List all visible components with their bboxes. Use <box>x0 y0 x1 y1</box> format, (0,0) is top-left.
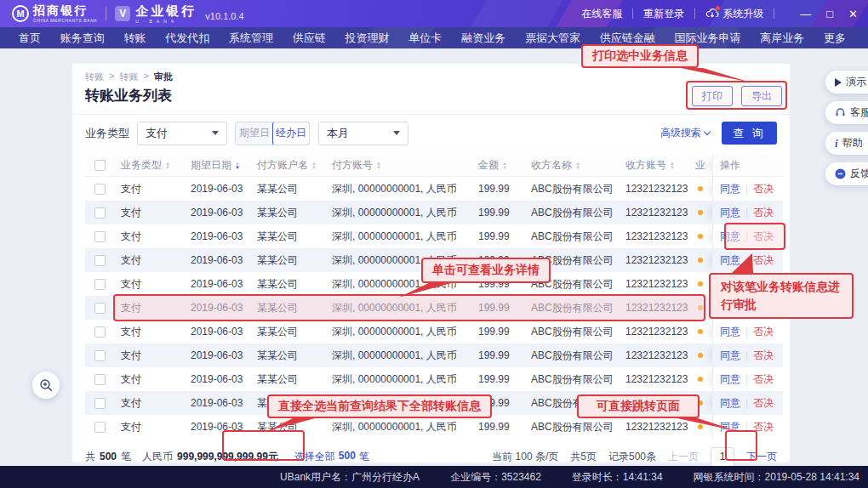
advanced-search-link[interactable]: 高级搜索 <box>660 126 710 140</box>
sort-icon: ▲▼ <box>575 162 580 170</box>
business-type-select[interactable]: 支付 <box>137 122 227 145</box>
cell-type: 支付 <box>114 182 184 196</box>
nav-item[interactable]: 单位卡 <box>408 31 442 46</box>
col-header-date[interactable]: 期望日期▲▼ <box>184 158 250 173</box>
relogin-link[interactable]: 重新登录 <box>643 7 684 21</box>
col-header-payer-account[interactable]: 付方账号▲▼ <box>325 158 471 173</box>
page-number-input[interactable]: 1 <box>711 447 734 467</box>
prev-page-button[interactable]: 上一页 <box>668 450 699 464</box>
row-checkbox[interactable] <box>94 303 106 314</box>
statusbar-user: UBank用户名：广州分行经办A <box>280 470 420 485</box>
table-row[interactable]: 支付 2019-06-03 某某公司 深圳, 00000000001, 人民币 … <box>85 367 783 391</box>
nav-item[interactable]: 系统管理 <box>229 31 273 46</box>
select-all-link[interactable]: 选择全部 500 笔 <box>294 450 369 464</box>
breadcrumb-item[interactable]: 转账 <box>119 71 138 83</box>
reject-link[interactable]: 否决 <box>753 182 774 196</box>
nav-item[interactable]: 代发代扣 <box>165 31 209 46</box>
cell-amount: 199.99 <box>471 326 524 338</box>
nav-item[interactable]: 融资业务 <box>461 31 505 46</box>
reject-link[interactable]: 否决 <box>753 253 774 268</box>
agree-link[interactable]: 同意 <box>720 372 740 387</box>
col-header-payee-name[interactable]: 收方名称▲▼ <box>524 158 619 173</box>
agree-link[interactable]: 同意 <box>720 396 740 411</box>
agree-link[interactable]: 同意 <box>720 325 740 339</box>
feedback-button[interactable]: 反馈 <box>825 162 868 185</box>
reject-link[interactable]: 否决 <box>753 230 774 244</box>
minimize-button[interactable]: — <box>800 8 811 20</box>
row-checkbox[interactable] <box>94 231 106 242</box>
row-checkbox[interactable] <box>94 326 106 338</box>
next-page-button[interactable]: 下一页 <box>746 450 777 464</box>
maximize-button[interactable]: □ <box>826 8 833 20</box>
agree-link[interactable]: 同意 <box>720 420 740 434</box>
zoom-in-button[interactable] <box>32 372 60 399</box>
breadcrumb-item[interactable]: 转账 <box>85 71 104 83</box>
cell-type: 支付 <box>114 325 184 339</box>
agree-link[interactable]: 同意 <box>720 230 740 244</box>
reject-link[interactable]: 否决 <box>753 396 774 411</box>
row-checkbox[interactable] <box>94 350 106 361</box>
table-row[interactable]: 支付 2019-06-03 某某公司 深圳, 00000000001, 人民币 … <box>85 177 783 201</box>
nav-item[interactable]: 更多 <box>824 31 846 46</box>
help-button[interactable]: i 帮助 <box>825 132 868 155</box>
nav-item[interactable]: 离岸业务 <box>760 31 804 46</box>
feedback-icon <box>835 168 846 179</box>
status-dot <box>698 186 703 191</box>
select-all-checkbox[interactable] <box>94 160 106 171</box>
reject-link[interactable]: 否决 <box>753 349 774 363</box>
status-dot <box>698 377 703 382</box>
reject-link[interactable]: 否决 <box>753 206 774 220</box>
query-button[interactable]: 查 询 <box>722 122 777 145</box>
cloud-download-icon <box>705 8 719 20</box>
table-row[interactable]: 支付 2019-06-03 某某公司 深圳, 00000000001, 人民币 … <box>85 343 783 367</box>
system-upgrade-link[interactable]: 系统升级 <box>705 7 763 21</box>
nav-item[interactable]: 国际业务申请 <box>674 31 740 46</box>
row-checkbox[interactable] <box>94 279 106 290</box>
row-checkbox[interactable] <box>94 398 106 409</box>
total-label: 共 <box>85 450 95 464</box>
table-row[interactable]: 支付 2019-06-03 某某公司 深圳, 00000000001, 人民币 … <box>85 320 783 343</box>
table-row[interactable]: 支付 2019-06-03 某某公司 深圳, 00000000001, 人民币 … <box>85 224 783 248</box>
row-checkbox[interactable] <box>94 207 106 218</box>
reject-link[interactable]: 否决 <box>753 372 774 387</box>
nav-item[interactable]: 投资理财 <box>345 31 390 46</box>
table-row[interactable]: 支付 2019-06-03 某某公司 深圳, 00000000001, 人民币 … <box>85 415 783 439</box>
export-button[interactable]: 导出 <box>741 86 782 106</box>
reject-link[interactable]: 否决 <box>753 325 774 339</box>
col-header-amount[interactable]: 金额▲▼ <box>471 158 524 173</box>
nav-item[interactable]: 供应链金融 <box>600 31 655 46</box>
reject-link[interactable]: 否决 <box>753 420 774 434</box>
online-service-link[interactable]: 在线客服 <box>581 7 622 21</box>
agree-link[interactable]: 同意 <box>720 349 740 363</box>
callout-row-detail: 单击可查看业务详情 <box>421 258 551 283</box>
nav-item[interactable]: 首页 <box>19 31 41 46</box>
date-mode-expected[interactable]: 期望日 <box>236 122 273 145</box>
row-checkbox[interactable] <box>94 255 106 266</box>
close-button[interactable]: ✕ <box>848 8 858 20</box>
row-checkbox[interactable] <box>94 422 106 433</box>
print-button[interactable]: 打印 <box>692 86 733 106</box>
nav-item[interactable]: 票据大管家 <box>525 31 580 46</box>
table-header-row: 业务类型▲▼ 期望日期▲▼ 付方账户名▲▼ 付方账号▲▼ 金额▲▼ 收方名称▲▼… <box>85 155 783 177</box>
agree-link[interactable]: 同意 <box>720 182 740 196</box>
col-header-payer-name[interactable]: 付方账户名▲▼ <box>250 158 325 173</box>
nav-item[interactable]: 供应链 <box>293 31 326 46</box>
demo-button[interactable]: 演示 <box>825 71 868 94</box>
cell-payer-account: 深圳, 00000000001, 人民币 <box>325 349 471 363</box>
nav-item[interactable]: 转账 <box>124 31 146 46</box>
customer-service-button[interactable]: 客服 <box>825 101 868 124</box>
nav-item[interactable]: 账务查询 <box>60 31 105 46</box>
col-header-payee-account[interactable]: 收方账号▲▼ <box>619 158 688 173</box>
cell-amount: 199.99 <box>471 230 524 242</box>
table-row[interactable]: 支付 2019-06-03 某某公司 深圳, 00000000001, 人民币 … <box>85 296 783 320</box>
row-checkbox[interactable] <box>94 374 106 385</box>
period-select[interactable]: 本月 <box>318 122 408 145</box>
col-header-type[interactable]: 业务类型▲▼ <box>114 158 184 173</box>
agree-link[interactable]: 同意 <box>720 206 740 220</box>
cell-payer-name: 某某公司 <box>250 325 325 339</box>
total-pages: 共5页 <box>570 450 597 464</box>
agree-link[interactable]: 同意 <box>720 253 740 268</box>
date-mode-handled[interactable]: 经办日 <box>272 122 310 145</box>
row-checkbox[interactable] <box>94 184 106 195</box>
table-row[interactable]: 支付 2019-06-03 某某公司 深圳, 00000000001, 人民币 … <box>85 201 783 224</box>
